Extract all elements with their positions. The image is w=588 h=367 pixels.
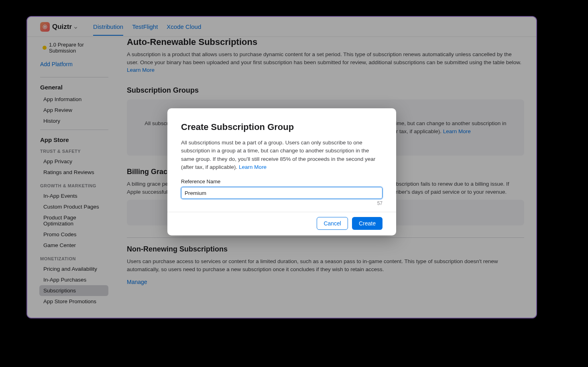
reference-name-input[interactable] <box>181 187 383 199</box>
modal-overlay[interactable]: Create Subscription Group All subscripti… <box>27 17 536 318</box>
char-count: 57 <box>181 201 383 206</box>
modal-footer: Cancel Create <box>167 212 396 235</box>
modal-description: All subscriptions must be a part of a gr… <box>181 139 383 171</box>
modal-title: Create Subscription Group <box>181 122 383 132</box>
app-window: Quiztr ⌵ Distribution TestFlight Xcode C… <box>26 16 537 318</box>
learn-more-link[interactable]: Learn More <box>239 164 267 170</box>
create-button[interactable]: Create <box>352 217 383 230</box>
create-subscription-group-modal: Create Subscription Group All subscripti… <box>167 108 396 235</box>
cancel-button[interactable]: Cancel <box>317 217 348 230</box>
reference-name-label: Reference Name <box>181 178 383 185</box>
